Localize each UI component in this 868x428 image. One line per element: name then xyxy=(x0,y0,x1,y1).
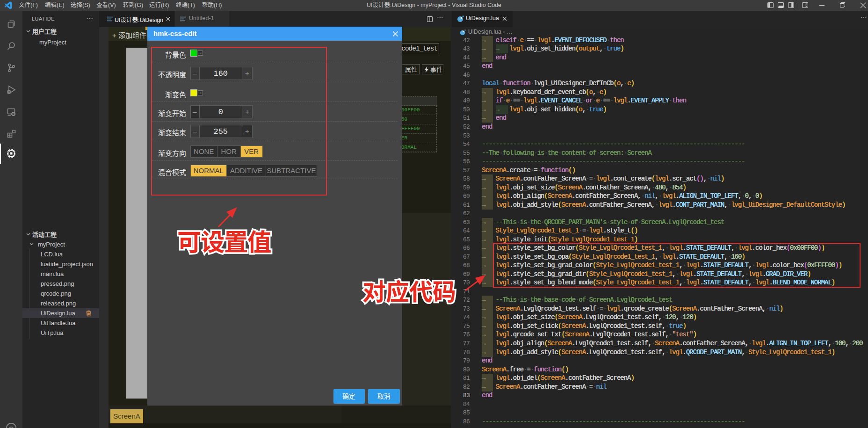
svg-text:可设置值: 可设置值 xyxy=(177,223,271,258)
svg-text:对应代码: 对应代码 xyxy=(362,273,456,307)
